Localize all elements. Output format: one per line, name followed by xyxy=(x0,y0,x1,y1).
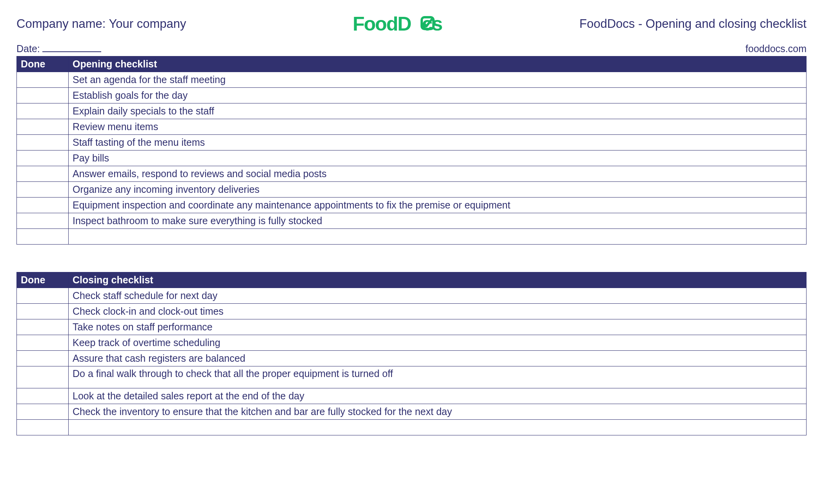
done-cell[interactable] xyxy=(17,88,69,103)
checklist-item: Staff tasting of the menu items xyxy=(69,135,807,150)
done-cell[interactable] xyxy=(17,304,69,319)
date-field[interactable]: Date: xyxy=(16,43,101,54)
checklist-item: Assure that cash registers are balanced xyxy=(69,351,807,366)
website-label: fooddocs.com xyxy=(745,43,807,54)
checklist-item xyxy=(69,229,807,245)
table-row: Explain daily specials to the staff xyxy=(17,103,807,119)
checklist-item: Answer emails, respond to reviews and so… xyxy=(69,166,807,182)
table-row: Assure that cash registers are balanced xyxy=(17,351,807,366)
done-cell[interactable] xyxy=(17,388,69,404)
done-cell[interactable] xyxy=(17,404,69,420)
checklist-item: Set an agenda for the staff meeting xyxy=(69,72,807,88)
done-cell[interactable] xyxy=(17,150,69,166)
done-cell[interactable] xyxy=(17,351,69,366)
table-row: Review menu items xyxy=(17,119,807,135)
table-row: Take notes on staff performance xyxy=(17,319,807,335)
done-cell[interactable] xyxy=(17,288,69,304)
checklist-item: Check clock-in and clock-out times xyxy=(69,304,807,319)
done-cell[interactable] xyxy=(17,319,69,335)
table-row: Check staff schedule for next day xyxy=(17,288,807,304)
company-name: Company name: Your company xyxy=(16,17,280,31)
logo-text-food: Food xyxy=(353,13,397,35)
table-header-row: Done Opening checklist xyxy=(17,56,807,72)
checklist-item: Explain daily specials to the staff xyxy=(69,103,807,119)
checklist-item: Establish goals for the day xyxy=(69,88,807,103)
checklist-item: Check the inventory to ensure that the k… xyxy=(69,404,807,420)
checklist-item: Inspect bathroom to make sure everything… xyxy=(69,213,807,229)
closing-checklist-table: Done Closing checklist Check staff sched… xyxy=(16,272,807,435)
table-row xyxy=(17,229,807,245)
checklist-item xyxy=(69,420,807,435)
checklist-item: Take notes on staff performance xyxy=(69,319,807,335)
done-cell[interactable] xyxy=(17,103,69,119)
table-row: Check the inventory to ensure that the k… xyxy=(17,404,807,420)
table-row: Equipment inspection and coordinate any … xyxy=(17,198,807,213)
table-row: Staff tasting of the menu items xyxy=(17,135,807,150)
date-blank-line[interactable] xyxy=(42,51,101,52)
checklist-item: Pay bills xyxy=(69,150,807,166)
checklist-item: Keep track of overtime scheduling xyxy=(69,335,807,351)
table-row: Organize any incoming inventory deliveri… xyxy=(17,182,807,198)
date-label: Date: xyxy=(16,43,40,54)
document-page: Company name: Your company FoodDcs FoodD… xyxy=(0,0,823,451)
done-cell[interactable] xyxy=(17,229,69,245)
closing-title-header: Closing checklist xyxy=(69,272,807,288)
table-row: Inspect bathroom to make sure everything… xyxy=(17,213,807,229)
done-cell[interactable] xyxy=(17,213,69,229)
checklist-item: Check staff schedule for next day xyxy=(69,288,807,304)
done-cell[interactable] xyxy=(17,420,69,435)
done-header: Done xyxy=(17,272,69,288)
table-row: Pay bills xyxy=(17,150,807,166)
opening-tbody: Set an agenda for the staff meetingEstab… xyxy=(17,72,807,245)
closing-tbody: Check staff schedule for next dayCheck c… xyxy=(17,288,807,435)
subheader-row: Date: fooddocs.com xyxy=(16,43,807,54)
table-row: Check clock-in and clock-out times xyxy=(17,304,807,319)
done-cell[interactable] xyxy=(17,182,69,198)
table-row: Set an agenda for the staff meeting xyxy=(17,72,807,88)
opening-title-header: Opening checklist xyxy=(69,56,807,72)
table-row: Do a final walk through to check that al… xyxy=(17,366,807,388)
done-cell[interactable] xyxy=(17,119,69,135)
done-cell[interactable] xyxy=(17,198,69,213)
checklist-item: Do a final walk through to check that al… xyxy=(69,366,807,388)
table-header-row: Done Closing checklist xyxy=(17,272,807,288)
table-row: Establish goals for the day xyxy=(17,88,807,103)
done-cell[interactable] xyxy=(17,72,69,88)
done-header: Done xyxy=(17,56,69,72)
checklist-item: Look at the detailed sales report at the… xyxy=(69,388,807,404)
done-cell[interactable] xyxy=(17,366,69,388)
table-row: Keep track of overtime scheduling xyxy=(17,335,807,351)
done-cell[interactable] xyxy=(17,166,69,182)
opening-checklist-table: Done Opening checklist Set an agenda for… xyxy=(16,56,807,245)
checklist-item: Review menu items xyxy=(69,119,807,135)
checklist-item: Organize any incoming inventory deliveri… xyxy=(69,182,807,198)
header-row: Company name: Your company FoodDcs FoodD… xyxy=(16,12,807,36)
table-row xyxy=(17,420,807,435)
fooddocs-logo: FoodDcs xyxy=(353,12,470,36)
table-row: Answer emails, respond to reviews and so… xyxy=(17,166,807,182)
table-row: Look at the detailed sales report at the… xyxy=(17,388,807,404)
document-title: FoodDocs - Opening and closing checklist xyxy=(543,17,807,31)
done-cell[interactable] xyxy=(17,335,69,351)
logo-wrap: FoodDcs xyxy=(280,12,543,36)
logo-text-d: D xyxy=(397,13,411,35)
checklist-item: Equipment inspection and coordinate any … xyxy=(69,198,807,213)
done-cell[interactable] xyxy=(17,135,69,150)
